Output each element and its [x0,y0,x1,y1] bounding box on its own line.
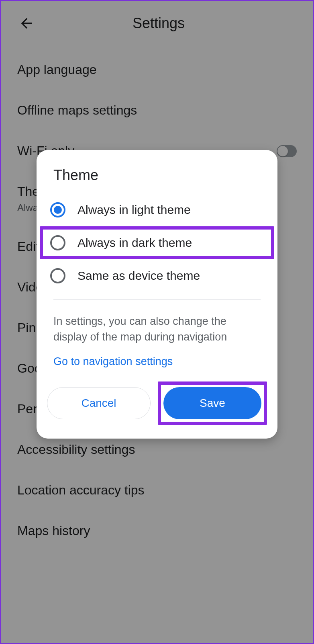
save-button[interactable]: Save [163,387,261,419]
radio-icon [50,268,65,283]
radio-option-dark[interactable]: Always in dark theme [40,226,274,259]
radio-label: Always in dark theme [77,236,192,250]
radio-option-device[interactable]: Same as device theme [40,259,274,292]
navigation-settings-link[interactable]: Go to navigation settings [37,345,277,381]
dialog-hint: In settings, you can also change the dis… [37,300,277,345]
radio-option-light[interactable]: Always in light theme [40,193,274,226]
theme-dialog: Theme Always in light theme Always in da… [37,150,277,439]
cancel-button[interactable]: Cancel [47,387,151,419]
dialog-title: Theme [37,167,277,193]
radio-icon [50,202,65,217]
modal-overlay[interactable]: Theme Always in light theme Always in da… [1,1,313,643]
radio-label: Always in light theme [77,203,191,217]
radio-label: Same as device theme [77,269,200,283]
radio-icon [50,235,65,250]
dialog-buttons: Cancel Save [37,381,277,425]
save-highlight: Save [158,381,267,425]
